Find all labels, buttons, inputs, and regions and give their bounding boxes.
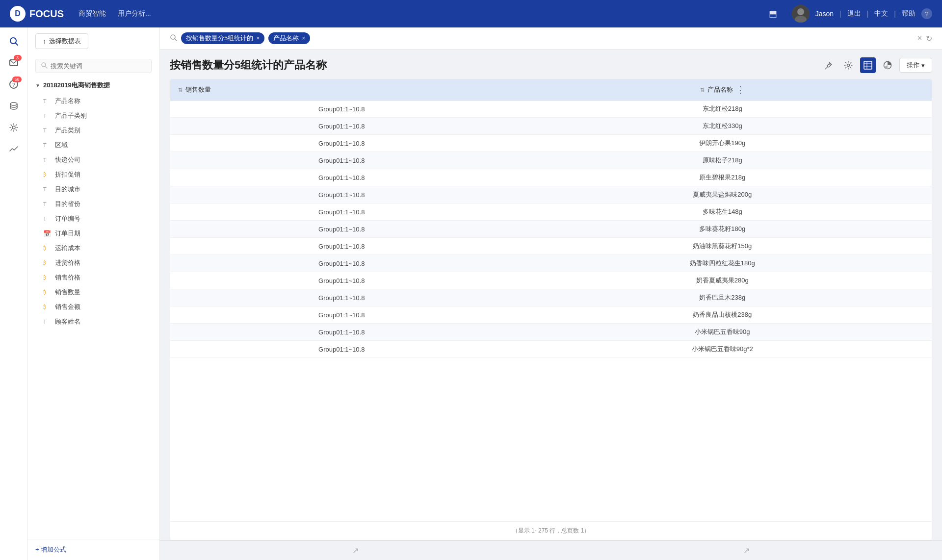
filter-tag-product-close[interactable]: ×: [302, 35, 305, 42]
filter-tag-sales: 按销售数量分5组统计的 ×: [181, 32, 264, 44]
content-area: 按销售数量分5组统计的产品名称: [170, 57, 932, 540]
field-label: 顾客姓名: [55, 317, 80, 326]
main-layout: 3 ? 56: [0, 27, 942, 560]
field-sale-qty[interactable]: ₿ 销售数量: [31, 285, 156, 300]
field-sale-amount[interactable]: ₿ 销售金额: [31, 300, 156, 314]
pin-btn[interactable]: [821, 57, 837, 73]
ops-btn[interactable]: 操作 ▾: [899, 58, 932, 73]
cell-sales: Group01:1~10.8: [170, 272, 513, 289]
icon-search[interactable]: [4, 31, 24, 51]
filter-refresh-btn[interactable]: ↻: [926, 34, 932, 43]
field-product-name[interactable]: T 产品名称: [31, 94, 156, 108]
table-header-row: ⇅ 销售数量 ⇅ 产品名称 ⋮: [170, 79, 932, 101]
cell-product: 东北红松330g: [513, 118, 932, 135]
field-dest-province[interactable]: T 目的省份: [31, 197, 156, 211]
filter-close-btn[interactable]: ×: [917, 34, 922, 43]
field-order-date[interactable]: 📅 订单日期: [31, 226, 156, 241]
avatar: [792, 5, 810, 23]
icon-bar: 3 ? 56: [0, 27, 27, 560]
th-sort-icon: ⇅: [700, 87, 705, 93]
logo-icon: D: [10, 6, 26, 22]
field-dest-city[interactable]: T 目的城市: [31, 182, 156, 197]
field-buy-price[interactable]: ₿ 进货价格: [31, 255, 156, 270]
cell-product: 奶油味黑葵花籽150g: [513, 238, 932, 255]
table-row: Group01:1~10.8 原生碧根果218g: [170, 169, 932, 186]
nav-commercial[interactable]: 商贸智能: [78, 9, 106, 18]
data-table: ⇅ 销售数量 ⇅ 产品名称 ⋮: [170, 79, 932, 358]
icon-settings[interactable]: [4, 118, 24, 137]
resize-icon-left[interactable]: ↗: [352, 546, 359, 555]
field-type-numeric-icon: ₿: [43, 245, 51, 251]
cell-sales: Group01:1~10.8: [170, 118, 513, 135]
sidebar-search: [27, 55, 159, 77]
icon-questions[interactable]: ? 56: [4, 75, 24, 94]
table-row: Group01:1~10.8 伊朗开心果190g: [170, 135, 932, 152]
field-discount[interactable]: ₿ 折扣促销: [31, 167, 156, 182]
field-type-numeric-icon: ₿: [43, 172, 51, 178]
icon-analytics[interactable]: [4, 139, 24, 159]
field-express[interactable]: T 快递公司: [31, 153, 156, 167]
icon-data[interactable]: [4, 96, 24, 116]
sidebar-footer: + 增加公式: [27, 539, 159, 560]
cell-product: 伊朗开心果190g: [513, 135, 932, 152]
filter-tag-sales-close[interactable]: ×: [256, 35, 260, 42]
sidebar: ↑ 选择数据表 ▼ 20182019电商销售数据: [27, 27, 160, 560]
nav-links: 商贸智能 用户分析...: [78, 9, 754, 18]
table-scroll[interactable]: ⇅ 销售数量 ⇅ 产品名称 ⋮: [170, 79, 932, 521]
field-sale-price[interactable]: ₿ 销售价格: [31, 270, 156, 285]
table-row: Group01:1~10.8 东北红松330g: [170, 118, 932, 135]
nav-user-analysis[interactable]: 用户分析...: [118, 9, 151, 18]
chart-view-btn[interactable]: [880, 57, 895, 73]
cell-sales: Group01:1~10.8: [170, 169, 513, 186]
field-product-sub[interactable]: T 产品子类别: [31, 108, 156, 123]
dataset-header[interactable]: ▼ 20182019电商销售数据: [31, 77, 156, 94]
sidebar-search-icon: [41, 62, 48, 70]
add-formula-btn[interactable]: + 增加公式: [35, 545, 152, 554]
table-row: Group01:1~10.8 多味葵花籽180g: [170, 221, 932, 238]
table-row: Group01:1~10.8 夏威夷果盐焗味200g: [170, 186, 932, 204]
th-sales-label: 销售数量: [185, 85, 211, 94]
cell-sales: Group01:1~10.8: [170, 238, 513, 255]
nav-right: Jason | 退出 | 中文 | 帮助 ?: [792, 5, 932, 23]
svg-text:?: ?: [12, 82, 15, 88]
field-label: 目的省份: [55, 200, 80, 208]
cell-product: 多味花生148g: [513, 204, 932, 221]
th-product-label: 产品名称: [707, 85, 733, 94]
help-label[interactable]: 帮助: [902, 9, 916, 18]
field-label: 快递公司: [55, 155, 80, 164]
logout-btn[interactable]: 退出: [847, 9, 861, 18]
main-content: 按销售数量分5组统计的 × 产品名称 × × ↻ 按销售数量分5组统计的产品名称: [160, 27, 942, 560]
resize-icon-right[interactable]: ↗: [743, 546, 750, 555]
result-title: 按销售数量分5组统计的产品名称: [170, 58, 821, 73]
table-row: Group01:1~10.8 原味松子218g: [170, 152, 932, 169]
field-customer-name[interactable]: T 顾客姓名: [31, 314, 156, 329]
choose-table-btn[interactable]: ↑ 选择数据表: [35, 33, 88, 49]
sidebar-search-input[interactable]: [51, 62, 146, 70]
field-region[interactable]: T 区域: [31, 138, 156, 153]
field-ship-cost[interactable]: ₿ 运输成本: [31, 241, 156, 255]
help-btn[interactable]: ?: [921, 8, 932, 19]
settings-btn[interactable]: [840, 57, 856, 73]
dataset-arrow: ▼: [35, 83, 40, 88]
table-view-btn[interactable]: [860, 57, 876, 73]
language-btn[interactable]: 中文: [874, 9, 888, 18]
field-label: 订单编号: [55, 214, 80, 223]
table-row: Group01:1~10.8 小米锅巴五香味90g*2: [170, 341, 932, 358]
field-label: 产品类别: [55, 126, 80, 135]
result-header: 按销售数量分5组统计的产品名称: [170, 57, 932, 73]
field-product-cat[interactable]: T 产品类别: [31, 123, 156, 138]
cell-sales: Group01:1~10.8: [170, 221, 513, 238]
table-row: Group01:1~10.8 奶香巴旦木238g: [170, 289, 932, 306]
field-order-id[interactable]: T 订单编号: [31, 211, 156, 226]
svg-point-10: [42, 63, 46, 67]
table-row: Group01:1~10.8 奶香良品山核桃238g: [170, 306, 932, 324]
th-sort-icon: ⇅: [178, 87, 183, 93]
field-label: 销售数量: [55, 288, 80, 297]
more-menu-btn[interactable]: ⋮: [736, 84, 745, 95]
th-product-name[interactable]: ⇅ 产品名称 ⋮: [513, 79, 932, 101]
cell-sales: Group01:1~10.8: [170, 255, 513, 272]
icon-notifications[interactable]: 3: [4, 53, 24, 73]
th-sales-qty[interactable]: ⇅ 销售数量: [170, 79, 513, 101]
share-icon-btn[interactable]: ⬒: [769, 8, 777, 19]
logo[interactable]: D FOCUS: [10, 6, 64, 22]
